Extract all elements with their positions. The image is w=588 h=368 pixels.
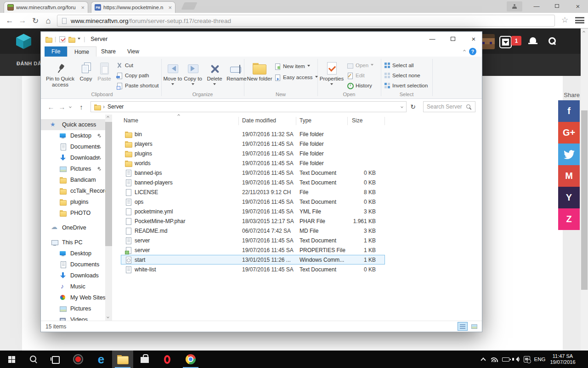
sidebar-item[interactable]: Desktop	[41, 248, 105, 259]
file-row[interactable]: server 19/07/2016 11:45 SA Text Document…	[121, 236, 385, 245]
file-row[interactable]: pocketmine.yml 19/07/2016 11:45 SA YML F…	[121, 207, 385, 216]
sidebar-item[interactable]: Videos	[41, 314, 105, 321]
properties-button[interactable]: Properties	[318, 59, 345, 88]
search-input[interactable]: Search Server	[423, 101, 475, 112]
taskbar-search-button[interactable]	[23, 351, 44, 368]
chrome-taskbar-button[interactable]	[180, 351, 201, 368]
tab-file[interactable]: File	[45, 46, 67, 57]
bookmark-star-icon[interactable]: ☆	[561, 15, 568, 25]
sidebar-item[interactable]: Documents	[41, 259, 105, 270]
scroll-up-icon[interactable]	[582, 31, 585, 34]
invert-selection-button[interactable]: Invert selection	[384, 81, 428, 90]
sidebar-item[interactable]: Pictures	[41, 303, 105, 314]
file-row[interactable]: bin 19/07/2016 11:32 SA File folder	[121, 129, 385, 139]
nav-scroll-down-icon[interactable]	[107, 316, 109, 318]
home-button[interactable]: ⌂	[42, 15, 54, 26]
file-row[interactable]: banned-ips 19/07/2016 11:45 SA Text Docu…	[121, 168, 385, 178]
volume-tray-icon[interactable]	[511, 351, 521, 368]
tab-home[interactable]: Home	[67, 46, 96, 57]
bell-icon[interactable]	[528, 37, 537, 46]
share-button[interactable]: f	[558, 100, 580, 122]
tab-share[interactable]: Share	[94, 46, 123, 57]
sidebar-item[interactable]: Downloads	[41, 270, 105, 281]
tray-expand-button[interactable]	[479, 351, 488, 368]
new-item-button[interactable]: New item	[274, 62, 310, 70]
sidebar-item[interactable]: PHOTO	[41, 207, 105, 218]
notification-badge[interactable]: 1	[511, 36, 521, 46]
edit-button[interactable]: Edit	[347, 71, 365, 80]
thumbnail-view-button[interactable]	[469, 322, 479, 331]
sidebar-item[interactable]: Bandicam	[41, 174, 105, 185]
task-view-button[interactable]	[45, 351, 66, 368]
details-view-button[interactable]	[458, 322, 468, 331]
sidebar-item[interactable]: Documents	[41, 141, 105, 152]
site-logo-cube-icon[interactable]	[15, 33, 32, 52]
store-taskbar-button[interactable]	[134, 351, 155, 368]
explorer-up-button[interactable]: ↑	[76, 99, 87, 115]
tab-close-icon[interactable]: ×	[81, 5, 85, 11]
column-header-size[interactable]: Size	[352, 117, 362, 124]
file-row[interactable]: white-list 19/07/2016 11:45 SA Text Docu…	[121, 264, 385, 274]
minimize-ribbon-icon[interactable]	[463, 50, 466, 52]
open-button[interactable]: Open	[347, 61, 373, 69]
easy-access-button[interactable]: Easy access	[274, 73, 318, 81]
edge-taskbar-button[interactable]: e	[90, 351, 112, 368]
back-button[interactable]: ←	[4, 15, 16, 26]
sidebar-item[interactable]: plugins	[41, 196, 105, 207]
file-row[interactable]: ops 19/07/2016 11:45 SA Text Document 0 …	[121, 197, 385, 207]
browser-restore-button[interactable]	[547, 0, 567, 12]
nav-scrollbar[interactable]	[105, 115, 112, 321]
new-folder-button[interactable]: New folder	[247, 59, 272, 82]
copy-path-button[interactable]: Copy path	[116, 71, 149, 80]
file-row[interactable]: plugins 19/07/2016 11:45 SA File folder	[121, 149, 385, 158]
select-all-button[interactable]: Select all	[384, 61, 414, 69]
file-row[interactable]: banned-players 19/07/2016 11:45 SA Text …	[121, 178, 385, 187]
file-explorer-taskbar-button[interactable]	[112, 351, 133, 368]
paste-button[interactable]: Paste	[95, 59, 113, 82]
browser-menu-icon[interactable]	[575, 17, 584, 24]
tab-close-icon[interactable]: ×	[168, 5, 172, 11]
explorer-forward-button[interactable]: →	[57, 99, 68, 115]
delete-button[interactable]: Delete	[204, 59, 225, 88]
bandicam-taskbar-button[interactable]	[68, 351, 89, 368]
copy-to-button[interactable]: Copy to	[183, 59, 203, 88]
explorer-close-button[interactable]: ×	[467, 32, 481, 46]
language-indicator[interactable]: ENG	[532, 351, 548, 368]
reload-button[interactable]: ↻	[29, 15, 41, 26]
browser-tab[interactable]: https://www.pocketmine.n ×	[91, 1, 175, 13]
select-none-button[interactable]: Select none	[384, 71, 420, 80]
site-nav-item[interactable]: ĐÁNH DẤ	[17, 61, 41, 66]
refresh-button[interactable]: ↻	[408, 101, 418, 112]
sidebar-item[interactable]: Desktop	[41, 130, 105, 141]
properties-check-icon[interactable]	[59, 36, 65, 42]
sidebar-item[interactable]: Music	[41, 281, 105, 292]
history-button[interactable]: History	[347, 81, 372, 90]
sidebar-item-onedrive[interactable]: OneDrive	[41, 222, 105, 233]
new-tab-button[interactable]	[181, 2, 197, 10]
breadcrumb-location[interactable]: Server	[107, 104, 124, 110]
recent-locations-icon[interactable]	[69, 105, 72, 108]
file-row[interactable]: PocketMine-MP.phar 18/03/2015 12:17 SA P…	[121, 216, 385, 226]
breadcrumb[interactable]: › Server	[90, 101, 407, 112]
address-bar[interactable]: www.minecraftvn.org/forum/server-setup.f…	[57, 15, 555, 27]
file-row[interactable]: README.md 06/07/2014 7:42 SA MD File 3 K…	[121, 226, 385, 236]
explorer-minimize-button[interactable]: —	[425, 32, 439, 46]
browser-minimize-button[interactable]: —	[526, 0, 547, 12]
explorer-maximize-button[interactable]	[446, 32, 460, 46]
share-button[interactable]: Z	[558, 208, 580, 230]
browser-tab[interactable]: www.minecraftvn.org/foru ×	[4, 1, 88, 13]
battery-tray-icon[interactable]	[501, 351, 511, 368]
tab-view[interactable]: View	[120, 46, 146, 57]
file-row[interactable]: server 19/07/2016 11:45 SA PROPERTIES Fi…	[121, 245, 385, 255]
sidebar-item[interactable]: ccTalk_Record	[41, 185, 105, 196]
profile-button[interactable]	[507, 1, 522, 12]
sidebar-item[interactable]: Pictures	[41, 163, 105, 174]
rename-button[interactable]: Rename	[226, 59, 248, 82]
file-row[interactable]: start 13/01/2015 11:26 ... Windows Comm.…	[121, 255, 385, 264]
file-row[interactable]: LICENSE 22/11/2013 9:12 CH File 8 KB	[121, 187, 385, 197]
new-folder-qat-icon[interactable]	[68, 37, 74, 42]
move-to-button[interactable]: Move to	[163, 59, 182, 88]
sidebar-item[interactable]: Downloads	[41, 152, 105, 163]
qat-dropdown-icon[interactable]	[78, 38, 80, 41]
column-header-name[interactable]: Name	[124, 117, 138, 124]
